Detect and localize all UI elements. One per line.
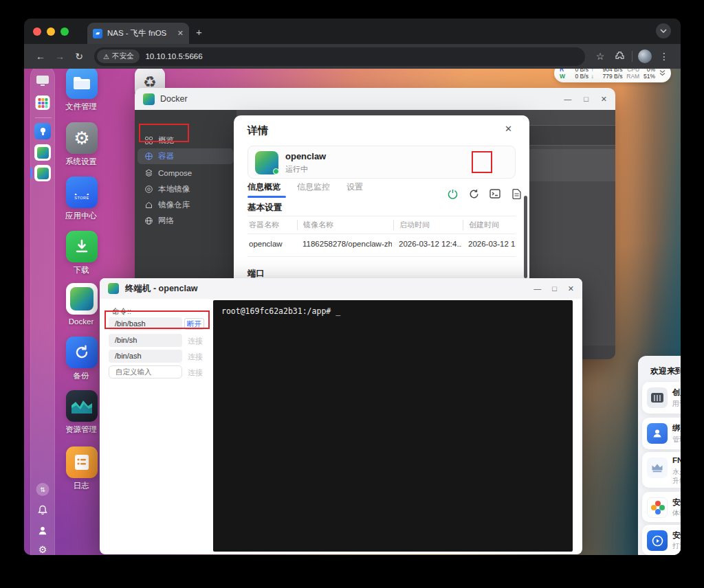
sidebar-item-registry[interactable]: 镜像仓库 [138,197,234,213]
window-close-light[interactable] [33,27,41,36]
card-title: 安装 [672,530,681,541]
sidebar-item-local-images[interactable]: 本地镜像 [138,181,234,197]
app-label: 应用中心 [50,211,112,221]
app-downloads[interactable] [66,231,98,262]
maximize-icon[interactable]: □ [584,95,588,103]
close-icon[interactable]: ✕ [601,95,607,104]
store-badge: STORE [74,196,89,200]
app-label: 文件管理 [50,102,112,112]
window-minimize-light[interactable] [47,27,55,36]
col-start-time: 启动时间 [393,220,430,230]
active-tab-underline [248,196,286,198]
cell-start-time: 2026-03-12 12:4... [399,240,462,248]
show-desktop-icon[interactable] [36,75,50,87]
sidebar-item-network[interactable]: 网络 [138,213,234,229]
app-launcher-icon[interactable] [36,95,50,110]
app-system-settings[interactable]: ⚙ [66,122,98,154]
app-app-center[interactable]: STORE [66,177,98,208]
dock-docker-app-icon[interactable] [34,144,51,161]
system-status-widget[interactable]: R W 0 B/s 0 B/s ↑ ↓ 904 B/s 779 B/s CPU [554,69,671,82]
app-resource-monitor[interactable] [66,390,98,422]
terminal-prompt: root@169fc62a2b31:/app# [221,306,331,316]
modal-title: 详情 [248,124,268,137]
download-arrow-icon: ↓ [588,74,596,80]
logs-document-icon[interactable] [510,188,522,200]
maximize-icon[interactable]: □ [552,284,557,293]
welcome-panel: 欢迎来到 fnOS 创建 用于 绑定 管理 [638,356,681,555]
card-subtitle: 用于 [672,399,681,409]
ram-value: 51% [639,74,655,80]
card-title: 安装 [672,497,681,508]
back-icon[interactable]: ← [31,51,50,62]
collapse-chevrons-icon[interactable] [659,69,666,78]
bookmark-star-icon[interactable]: ☆ [591,51,610,62]
dock-terminal-app-icon[interactable] [34,165,51,181]
terminal-screen[interactable]: root@169fc62a2b31:/app# _ [213,300,573,552]
power-toggle-icon[interactable] [446,188,459,200]
tab-close-icon[interactable]: ✕ [177,29,184,38]
tab-info-monitor[interactable]: 信息监控 [297,181,330,193]
browser-tabstrip: ▰ NAS - 飞牛 fnOS ✕ + [24,19,681,44]
connect-button[interactable]: 连接 [188,368,203,378]
security-chip[interactable]: ⚠ 不安全 [97,49,140,63]
user-account-icon[interactable] [38,525,48,536]
connect-button[interactable]: 连接 [188,336,203,346]
connect-button[interactable]: 连接 [188,352,203,362]
tab-info-overview[interactable]: 信息概览 [248,181,280,193]
extensions-icon[interactable] [610,51,629,62]
cell-container-name: openclaw [249,240,296,248]
tab-search-chevron-icon[interactable] [656,23,671,38]
sidebar-label: 容器 [158,151,174,161]
card-title: FN [672,456,681,464]
welcome-card-install-video[interactable]: 安装 打通 [642,525,681,555]
terminal-icon[interactable] [489,188,501,200]
browser-tab[interactable]: ▰ NAS - 飞牛 fnOS ✕ [87,23,189,44]
command-sh[interactable]: /bin/sh [109,334,182,347]
reload-icon[interactable]: ↻ [69,51,89,62]
forward-icon[interactable]: → [50,51,69,62]
profile-avatar[interactable] [635,49,654,63]
photos-flower-icon [647,497,668,518]
docker-window-title: Docker [160,94,188,104]
sidebar-item-containers[interactable]: 容器 [138,148,234,164]
restart-icon[interactable] [468,188,480,200]
sidebar-label: 本地镜像 [158,184,190,194]
command-ash[interactable]: /bin/ash [109,350,182,363]
browser-toolbar: ← → ↻ ⚠ 不安全 10.10.10.5:5666 ☆ ⋮ [24,44,681,69]
terminal-window-header[interactable]: 终端机 - openclaw — □ ✕ [100,278,582,299]
dock-settings-gear-icon[interactable]: ⚙ [38,544,47,555]
warning-icon: ⚠ [103,53,109,60]
app-backup[interactable] [66,337,98,368]
col-create-time: 创建时间 [463,220,499,230]
running-status-dot [273,168,279,174]
minimize-icon[interactable]: — [564,95,571,103]
window-zoom-light[interactable] [60,27,69,36]
terminal-cursor: _ [336,306,340,316]
sidebar-item-compose[interactable]: Compose [138,165,234,181]
modal-close-icon[interactable]: ✕ [505,124,512,134]
custom-command-input[interactable] [109,365,182,378]
card-subtitle: 打通 [672,541,681,551]
app-file-manager[interactable] [66,69,98,99]
annotation-box-containers [139,124,189,142]
dock-assistant-app-icon[interactable] [34,123,51,139]
modal-scrollbar[interactable] [524,196,527,278]
welcome-card-install-photos[interactable]: 安装 体验 [642,492,681,522]
close-icon[interactable]: ✕ [568,284,574,293]
app-logs[interactable] [66,446,98,478]
tab-settings[interactable]: 设置 [346,181,363,193]
crown-icon [647,457,668,478]
minimize-icon[interactable]: — [534,284,541,293]
welcome-card-fn[interactable]: FN 永久 升级 [642,452,681,488]
card-subtitle: 管理 [672,435,681,444]
browser-menu-icon[interactable]: ⋮ [654,51,674,62]
docker-window-header[interactable]: Docker — □ ✕ [135,88,615,110]
welcome-card-bind[interactable]: 绑定 管理 [642,418,681,449]
address-bar[interactable]: ⚠ 不安全 10.10.10.5:5666 [94,47,585,66]
transfer-status-icon[interactable]: ⇅ [36,483,50,496]
new-tab-button[interactable]: + [196,27,202,37]
welcome-card-create[interactable]: 创建 用于 [642,382,681,414]
dock-active-indicator [30,168,32,178]
notifications-bell-icon[interactable] [38,505,48,515]
app-docker[interactable] [66,283,98,315]
